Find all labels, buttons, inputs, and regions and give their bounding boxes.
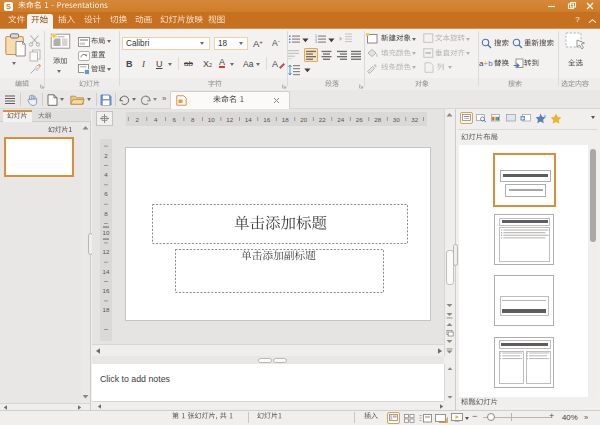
svg-text:8: 8 [191, 116, 195, 123]
svg-text:4: 4 [154, 116, 158, 123]
svg-text:2: 2 [135, 116, 139, 123]
svg-text:14: 14 [245, 116, 252, 123]
svg-text:24: 24 [337, 116, 344, 123]
svg-text:6: 6 [104, 190, 108, 197]
svg-text:12: 12 [226, 116, 233, 123]
svg-text:10: 10 [103, 229, 110, 236]
svg-text:18: 18 [282, 116, 289, 123]
svg-text:14: 14 [103, 268, 110, 275]
svg-text:6: 6 [172, 116, 176, 123]
svg-text:16: 16 [103, 287, 110, 294]
svg-text:30: 30 [393, 116, 400, 123]
svg-text:2: 2 [104, 152, 108, 159]
svg-text:10: 10 [208, 116, 215, 123]
svg-text:4: 4 [104, 171, 108, 178]
svg-text:12: 12 [103, 248, 110, 255]
svg-text:26: 26 [356, 116, 363, 123]
svg-text:20: 20 [300, 116, 307, 123]
svg-text:3: 3 [315, 40, 317, 44]
svg-text:32: 32 [411, 116, 418, 123]
svg-text:28: 28 [374, 116, 381, 123]
svg-text:16: 16 [263, 116, 270, 123]
svg-text:22: 22 [319, 116, 326, 123]
svg-text:8: 8 [104, 210, 108, 217]
svg-text:18: 18 [103, 306, 110, 313]
